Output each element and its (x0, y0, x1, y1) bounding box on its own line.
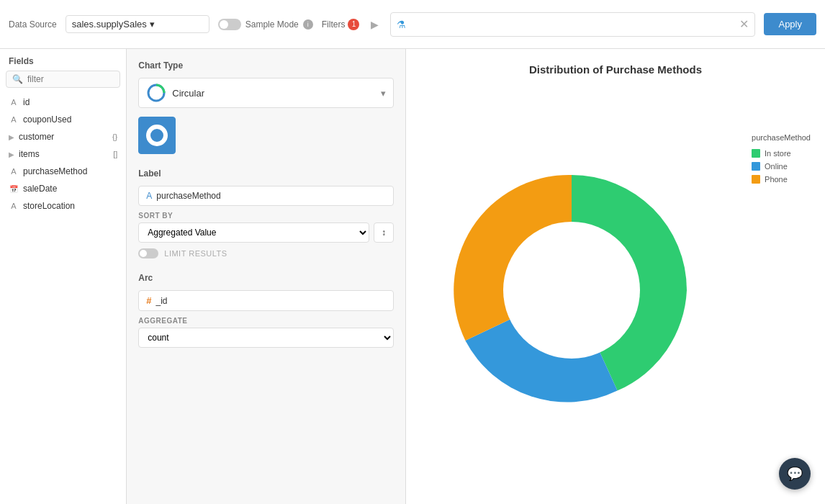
field-name: purchaseMethod (23, 166, 117, 176)
toggle-knob (140, 250, 147, 257)
chevron-down-icon: ▾ (150, 19, 203, 30)
chart-legend: purchaseMethod In store Online Phone (752, 133, 811, 184)
limit-toggle: LIMIT RESULTS (138, 248, 394, 258)
sample-mode-group: Sample Mode i (218, 19, 313, 30)
field-type-badge: {} (112, 132, 117, 141)
expand-icon: ▶ (9, 150, 14, 158)
chart-variants (138, 117, 394, 154)
legend-label-phone: Phone (765, 175, 788, 184)
expand-icon: ▶ (9, 133, 14, 141)
field-type-icon: A (9, 167, 19, 176)
circular-chart-icon (146, 83, 166, 103)
legend-color-instore (752, 149, 760, 158)
field-name: customer (19, 132, 108, 142)
sample-mode-toggle[interactable] (218, 19, 241, 30)
limit-results-toggle[interactable] (138, 248, 158, 258)
svg-point-1 (148, 127, 166, 144)
search-icon: 🔍 (12, 74, 23, 84)
field-item-purchasemethod[interactable]: A purchaseMethod (0, 163, 126, 180)
field-item-id[interactable]: A id (0, 94, 126, 111)
sidebar: Fields 🔍 A id A couponUsed ▶ customer {}… (0, 49, 127, 504)
donut-icon (145, 124, 168, 147)
limit-results-label: LIMIT RESULTS (164, 249, 227, 258)
donut-hole (503, 222, 640, 359)
field-item-customer[interactable]: ▶ customer {} (0, 128, 126, 145)
sample-mode-label: Sample Mode (245, 19, 299, 30)
arc-field-name: _id (156, 296, 168, 306)
chart-title: Distribution of Purchase Methods (529, 63, 702, 76)
chart-container: purchaseMethod In store Online Phone (420, 90, 811, 490)
field-name: couponUsed (23, 114, 117, 125)
field-type-icon: A (9, 202, 19, 210)
filter-clear-icon[interactable]: ✕ (739, 17, 749, 31)
filter-funnel-icon: ⚗ (397, 19, 406, 30)
legend-label-instore: In store (765, 149, 791, 158)
chart-area: Distribution of Purchase Methods (406, 49, 825, 504)
legend-color-online (752, 162, 760, 171)
filters-count-badge: 1 (348, 19, 359, 30)
label-section-title: Label (138, 168, 394, 179)
filters-group: Filters 1 (322, 19, 360, 30)
fields-search-box[interactable]: 🔍 (6, 71, 120, 88)
label-field-pill[interactable]: A purchaseMethod (138, 186, 394, 206)
arc-field-pill[interactable]: # _id (138, 290, 394, 311)
hash-icon: # (146, 295, 151, 306)
datasource-value: sales.supplySales (72, 19, 147, 30)
sort-by-label: SORT BY (138, 212, 394, 220)
field-name: id (23, 97, 117, 107)
chevron-down-icon: ▾ (381, 88, 386, 99)
arrow-right-icon: ▶ (371, 19, 379, 30)
donut-variant[interactable] (138, 117, 176, 154)
donut-chart-svg (420, 139, 723, 441)
legend-color-phone (752, 175, 760, 184)
chat-button[interactable]: 💬 (779, 458, 811, 490)
sort-row: Aggregated Value ↕ (138, 222, 394, 243)
aggregate-select[interactable]: count (138, 328, 394, 348)
field-name: items (19, 149, 109, 159)
fields-search-input[interactable] (27, 74, 114, 84)
chart-type-section-title: Chart Type (138, 60, 394, 71)
label-section: Label A purchaseMethod SORT BY Aggregate… (138, 168, 394, 258)
arc-section: Arc # _id AGGREGATE count (138, 273, 394, 348)
chart-type-label: Circular (172, 88, 375, 99)
field-type-badge: [] (113, 150, 117, 158)
chat-icon: 💬 (787, 466, 803, 482)
field-type-icon: A (9, 115, 19, 124)
legend-item-instore: In store (752, 149, 811, 158)
filters-label-text: Filters (322, 19, 346, 30)
legend-label-online: Online (765, 162, 788, 171)
field-item-couponused[interactable]: A couponUsed (0, 111, 126, 128)
center-panel: Chart Type Circular ▾ Label A purchaseMe… (127, 49, 406, 504)
top-bar: Data Source sales.supplySales ▾ Sample M… (0, 0, 825, 49)
aggregate-label: AGGREGATE (138, 317, 394, 325)
field-item-storelocation[interactable]: A storeLocation (0, 197, 126, 215)
chart-type-selector[interactable]: Circular ▾ (138, 78, 394, 108)
legend-item-phone: Phone (752, 175, 811, 184)
datasource-select[interactable]: sales.supplySales ▾ (66, 15, 209, 33)
legend-title: purchaseMethod (752, 133, 811, 142)
label-field-name: purchaseMethod (156, 191, 220, 201)
field-type-icon: A (9, 98, 19, 107)
field-item-saledate[interactable]: 📅 saleDate (0, 180, 126, 197)
field-name: storeLocation (23, 201, 117, 211)
filter-bar[interactable]: ⚗ ✕ (390, 12, 755, 37)
sort-direction-icon: ↕ (382, 228, 386, 238)
apply-button[interactable]: Apply (764, 13, 816, 35)
sort-select[interactable]: Aggregated Value (138, 222, 369, 243)
datasource-label: Data Source (9, 19, 57, 30)
fields-header: Fields (0, 49, 126, 71)
sample-mode-info-icon[interactable]: i (303, 19, 313, 30)
sort-direction-button[interactable]: ↕ (374, 222, 394, 243)
field-type-icon: A (146, 191, 152, 201)
field-type-icon: 📅 (9, 185, 19, 193)
field-name: saleDate (23, 184, 117, 194)
toggle-knob (220, 20, 228, 29)
field-item-items[interactable]: ▶ items [] (0, 145, 126, 163)
arc-section-title: Arc (138, 273, 394, 283)
legend-item-online: Online (752, 162, 811, 171)
main-layout: Fields 🔍 A id A couponUsed ▶ customer {}… (0, 49, 825, 504)
